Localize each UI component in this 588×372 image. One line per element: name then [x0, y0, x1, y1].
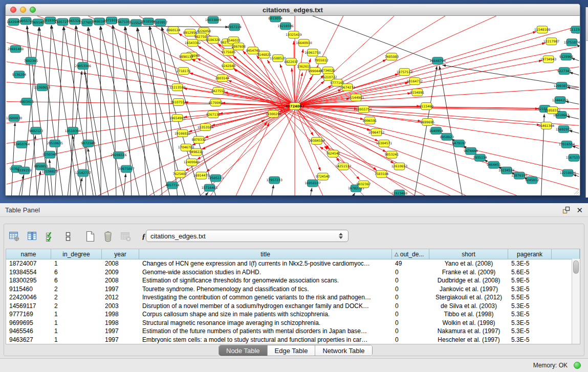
network-window-titlebar[interactable]: citations_edges.txt	[6, 4, 580, 16]
table-cell[interactable]: 2003	[102, 302, 139, 310]
table-cell[interactable]: 9465546	[6, 327, 51, 335]
close-icon[interactable]: ✕	[576, 206, 583, 214]
table-row[interactable]: 911546021997Tourette syndrome. Phenomeno…	[6, 285, 580, 294]
table-cell[interactable]: 0	[392, 319, 429, 326]
graph-edge[interactable]	[149, 26, 162, 195]
row-height-icon[interactable]	[62, 230, 74, 243]
table-cell[interactable]: 18724007	[6, 260, 51, 267]
table-row[interactable]: 946362711997Embryonic stem cells: a mode…	[6, 336, 580, 344]
select-visible-columns-icon[interactable]	[44, 230, 56, 243]
table-cell[interactable]: 5.3E-5	[508, 319, 552, 326]
table-cell[interactable]: 0	[392, 286, 429, 293]
window-zoom-button[interactable]	[30, 7, 36, 13]
graph-edge[interactable]	[205, 192, 208, 195]
tab-edge-table[interactable]: Edge Table	[268, 345, 316, 356]
undock-icon[interactable]	[562, 206, 570, 214]
column-header-year[interactable]: year	[102, 249, 139, 259]
network-canvas[interactable]: 1643940240557242069140688193041605727310…	[6, 16, 580, 195]
column-header-name[interactable]: name	[6, 249, 51, 259]
table-cell[interactable]: 1997	[102, 336, 139, 343]
graph-edge[interactable]	[569, 130, 579, 133]
graph-edge[interactable]	[565, 101, 579, 104]
table-cell[interactable]: 0	[392, 302, 429, 310]
graph-edge[interactable]	[70, 26, 76, 195]
table-cell[interactable]: Yano et al. (2008)	[429, 260, 508, 267]
table-cell[interactable]: 1	[51, 319, 102, 326]
table-cell[interactable]: 2	[51, 286, 102, 293]
table-cell[interactable]: 9115460	[6, 286, 51, 293]
table-cell[interactable]: 5.3E-5	[508, 286, 552, 293]
table-cell[interactable]: Estimation of significance thresholds fo…	[139, 277, 392, 284]
graph-edge[interactable]	[228, 80, 295, 106]
table-cell[interactable]: Tibbo et al. (1998)	[429, 311, 508, 318]
table-cell[interactable]: 5.3E-5	[508, 260, 552, 267]
table-cell[interactable]: 19384554	[6, 269, 51, 276]
graph-edge[interactable]	[113, 25, 116, 195]
graph-edge[interactable]	[37, 171, 40, 195]
column-header-out_de[interactable]: △out_de...	[392, 249, 429, 259]
table-cell[interactable]: 18300295	[6, 277, 51, 284]
table-cell[interactable]: 0	[392, 311, 429, 318]
graph-edge[interactable]	[311, 188, 312, 195]
graph-edge[interactable]	[272, 185, 274, 195]
table-cell[interactable]: 1998	[102, 319, 139, 326]
table-cell[interactable]: de Silva et al. (2003)	[429, 302, 508, 310]
delete-columns-icon[interactable]	[102, 230, 114, 243]
table-cell[interactable]: 2012	[102, 294, 139, 301]
table-cell[interactable]: 0	[392, 294, 429, 301]
table-cell[interactable]: Hescheler et al. (1997)	[429, 336, 508, 343]
graph-edge[interactable]	[137, 28, 147, 195]
graph-edge[interactable]	[50, 159, 53, 195]
table-cell[interactable]: 5.3E-5	[508, 327, 552, 335]
table-selector[interactable]: citations_edges.txt	[146, 230, 349, 242]
citation-network-graph[interactable]: 1643940240557242069140688193041605727310…	[6, 16, 580, 195]
graph-edge[interactable]	[569, 72, 579, 75]
table-row[interactable]: 969969511998Structural magnetic resonanc…	[6, 319, 580, 327]
column-header-pagerank[interactable]: pagerank	[508, 249, 552, 259]
table-cell[interactable]: 9699695	[6, 319, 51, 326]
graph-edge[interactable]	[12, 122, 15, 195]
window-resize-grip[interactable]	[573, 188, 579, 195]
table-row[interactable]: 1872400712008Changes of HCN gene express…	[6, 259, 580, 268]
create-column-icon[interactable]	[84, 230, 96, 243]
column-header-in_degree[interactable]: in_degree	[51, 249, 102, 259]
graph-edge[interactable]	[295, 49, 303, 106]
table-cell[interactable]: Estimation of the future numbers of pati…	[139, 327, 392, 335]
table-cell[interactable]: 1	[51, 327, 102, 335]
tab-node-table[interactable]: Node Table	[219, 345, 268, 356]
table-cell[interactable]: 9777169	[6, 311, 51, 318]
table-cell[interactable]: 14569117	[6, 302, 51, 310]
table-cell[interactable]: 0	[392, 336, 429, 343]
graph-edge[interactable]	[295, 72, 302, 106]
table-row[interactable]: 1938455462009Genome-wide association stu…	[6, 268, 580, 277]
table-cell[interactable]: 1997	[102, 286, 139, 293]
table-cell[interactable]: 1	[51, 311, 102, 318]
graph-edge[interactable]	[191, 59, 295, 106]
table-cell[interactable]: 5.9E-5	[508, 277, 552, 284]
table-cell[interactable]: Corpus callosum shape and size in male p…	[139, 311, 392, 318]
table-cell[interactable]: 9463627	[6, 336, 51, 343]
table-row[interactable]: 1830029562008Estimation of significance …	[6, 276, 580, 285]
table-cell[interactable]: 5.3E-5	[508, 311, 552, 318]
window-close-button[interactable]	[10, 7, 16, 13]
graph-edge[interactable]	[354, 193, 355, 195]
tab-network-table[interactable]: Network Table	[315, 345, 372, 356]
table-cell[interactable]: Tourette syndrome. Phenomenology and cla…	[139, 286, 392, 293]
graph-edge[interactable]	[206, 106, 295, 171]
table-cell[interactable]: Structural magnetic resonance image aver…	[139, 319, 392, 326]
graph-edge[interactable]	[566, 116, 579, 119]
table-cell[interactable]: Stergiakouli et al. (2012)	[429, 294, 508, 301]
table-cell[interactable]: Embryonic stem cells: a model to study s…	[139, 336, 392, 343]
graph-edge[interactable]	[572, 146, 579, 148]
table-cell[interactable]: 6	[51, 277, 102, 284]
table-cell[interactable]: Nakamura et al. (1997)	[429, 327, 508, 335]
table-cell[interactable]: 1	[51, 260, 102, 267]
table-cell[interactable]: Investigating the contribution of common…	[139, 294, 392, 301]
table-cell[interactable]: Dudbridge et al. (2008)	[429, 277, 508, 284]
table-cell[interactable]: 1	[51, 336, 102, 343]
table-cell[interactable]: 5.6E-5	[508, 269, 552, 276]
table-cell[interactable]: Changes of HCN gene expression and I(f) …	[139, 260, 392, 267]
column-chooser-icon[interactable]	[26, 230, 38, 243]
table-cell[interactable]: 2009	[102, 269, 139, 276]
table-cell[interactable]: 5.3E-5	[508, 302, 552, 310]
